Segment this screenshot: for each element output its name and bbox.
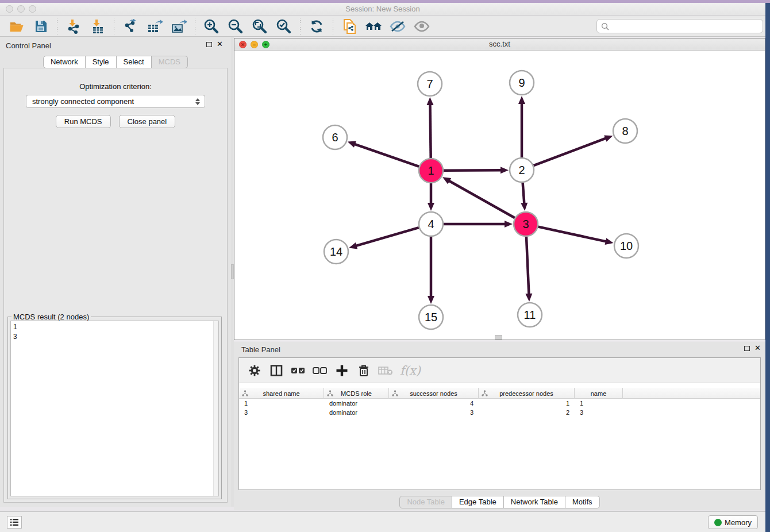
zoom-out-icon[interactable] [226,18,245,35]
node-14[interactable]: 14 [324,240,348,264]
cell-mcds-role[interactable]: dominator [324,399,389,408]
optimization-criterion-label: Optimization criterion: [4,82,227,91]
close-panel-icon[interactable]: ✕ [217,41,223,47]
svg-text:1: 1 [428,164,434,177]
zoom-fit-icon[interactable] [251,18,269,35]
network-window-titlebar[interactable]: ✕ − + scc.txt [234,38,765,51]
edge-3-10[interactable] [538,227,606,242]
copy-network-icon[interactable] [340,18,359,35]
node-8[interactable]: 8 [613,119,637,143]
cell-successor-nodes[interactable]: 4 [389,399,479,408]
tab-mcds[interactable]: MCDS [152,56,188,68]
select-all-columns-icon[interactable] [290,362,307,379]
tab-node-table[interactable]: Node Table [399,496,452,508]
open-file-icon[interactable] [7,18,26,35]
result-scrollbar[interactable] [213,321,218,496]
tab-edge-table[interactable]: Edge Table [452,496,504,508]
delete-column-icon[interactable] [355,362,372,379]
cell-name[interactable]: 3 [575,408,623,418]
function-builder-icon[interactable]: f(x) [400,364,421,377]
edge-2-3[interactable] [523,183,525,203]
arrowhead-4-15 [428,296,434,304]
mcds-result-text[interactable]: 1 3 [10,321,219,496]
deselect-all-columns-icon[interactable] [311,362,329,379]
node-6[interactable]: 6 [323,125,347,149]
criterion-dropdown[interactable]: strongly connected component [26,95,205,108]
import-table-icon[interactable] [88,18,107,35]
table-settings-gear-icon[interactable] [246,362,263,379]
table-rows: 1dominator4113dominator323 [239,399,760,418]
edge-2-8[interactable] [534,138,606,166]
network-canvas[interactable]: 7968124314101511 [234,51,765,340]
column-label: shared name [263,390,299,397]
node-7[interactable]: 7 [418,72,442,96]
column-header-successor-nodes[interactable]: successor nodes [389,388,479,399]
network-close-button[interactable]: ✕ [239,41,247,48]
node-4[interactable]: 4 [419,212,443,236]
node-1[interactable]: 1 [419,159,443,183]
tab-select[interactable]: Select [117,56,152,68]
node-11[interactable]: 11 [518,303,542,327]
column-header-shared-name[interactable]: shared name [239,388,324,399]
svg-text:2: 2 [518,164,525,176]
window-minimize-button[interactable] [17,5,25,13]
memory-button[interactable]: Memory [708,515,758,529]
edge-3-11[interactable] [526,237,529,294]
export-image-icon[interactable] [170,18,188,35]
search-input[interactable] [596,19,763,33]
cell-shared-name[interactable]: 3 [239,408,324,418]
cell-successor-nodes[interactable]: 3 [389,408,479,418]
node-15[interactable]: 15 [419,305,443,329]
import-network-icon[interactable] [64,18,83,35]
cell-name[interactable]: 1 [575,399,623,408]
node-3[interactable]: 3 [514,212,538,236]
network-minimize-button[interactable]: − [251,41,258,48]
table-row[interactable]: 3dominator323 [239,408,760,418]
close-table-panel-icon[interactable]: ✕ [754,345,761,351]
edge-1-2[interactable] [444,170,501,171]
toolbar-separator [195,18,195,35]
window-close-button[interactable] [6,5,13,13]
window-zoom-button[interactable] [29,5,36,13]
table-toolbar: f(x) [239,358,760,383]
edge-1-7[interactable] [430,105,430,158]
export-network-icon[interactable] [121,18,140,35]
cell-predecessor-nodes[interactable]: 1 [479,399,575,408]
cell-shared-name[interactable]: 1 [239,399,324,408]
tab-style[interactable]: Style [86,56,117,68]
hide-selected-icon[interactable] [388,18,407,35]
node-2[interactable]: 2 [510,158,534,182]
float-table-panel-icon[interactable] [744,346,750,351]
zoom-in-icon[interactable] [202,18,221,35]
birdseye-toggle-grip[interactable] [495,335,502,340]
add-column-icon[interactable] [333,362,351,379]
node-9[interactable]: 9 [510,71,534,95]
close-panel-button[interactable]: Close panel [119,115,176,128]
tab-motifs[interactable]: Motifs [565,496,600,508]
tab-network-table[interactable]: Network Table [504,496,565,508]
split-columns-icon[interactable] [268,362,285,379]
tab-network[interactable]: Network [43,56,86,68]
delete-table-icon[interactable] [377,362,394,379]
cell-mcds-role[interactable]: dominator [324,408,389,418]
save-session-icon[interactable] [32,18,50,35]
column-header-mcds-role[interactable]: MCDS role [324,388,389,399]
network-window-title: scc.txt [234,38,765,50]
edge-1-6[interactable] [355,144,419,167]
float-panel-icon[interactable] [206,42,212,47]
network-maximize-button[interactable]: + [262,41,270,48]
zoom-selected-icon[interactable] [275,18,293,35]
run-mcds-button[interactable]: Run MCDS [56,115,111,128]
table-row[interactable]: 1dominator411 [239,399,760,408]
show-all-icon[interactable] [413,18,431,35]
edge-3-1[interactable] [449,181,514,218]
export-table-icon[interactable] [145,18,164,35]
node-10[interactable]: 10 [614,234,638,258]
cell-predecessor-nodes[interactable]: 2 [479,408,575,418]
column-header-predecessor-nodes[interactable]: predecessor nodes [479,388,575,399]
column-header-name[interactable]: name [575,388,623,399]
edge-4-14[interactable] [356,228,419,246]
task-history-button[interactable] [7,516,22,529]
refresh-view-icon[interactable] [307,18,326,35]
two-houses-icon[interactable] [364,18,383,35]
